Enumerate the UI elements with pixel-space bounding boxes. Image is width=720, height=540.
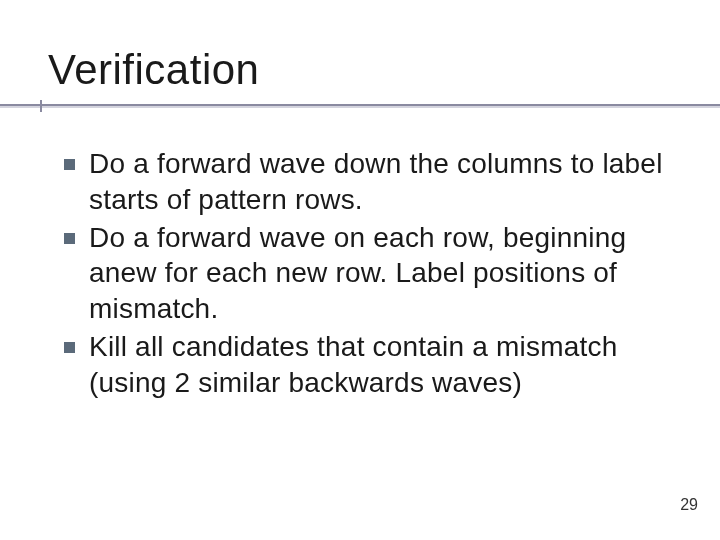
- slide-title: Verification: [48, 46, 672, 94]
- list-item-text: Do a forward wave down the columns to la…: [89, 146, 664, 218]
- title-block: Verification: [48, 46, 672, 104]
- title-rule-shadow: [0, 106, 720, 108]
- list-item: Kill all candidates that contain a misma…: [64, 329, 664, 401]
- square-bullet-icon: [64, 342, 75, 353]
- slide: Verification Do a forward wave down the …: [0, 0, 720, 540]
- page-number: 29: [680, 496, 698, 514]
- list-item-text: Do a forward wave on each row, beginning…: [89, 220, 664, 327]
- list-item-text: Kill all candidates that contain a misma…: [89, 329, 664, 401]
- square-bullet-icon: [64, 159, 75, 170]
- list-item: Do a forward wave on each row, beginning…: [64, 220, 664, 327]
- list-item: Do a forward wave down the columns to la…: [64, 146, 664, 218]
- title-rule-tick: [40, 100, 42, 112]
- square-bullet-icon: [64, 233, 75, 244]
- content-area: Do a forward wave down the columns to la…: [48, 146, 672, 401]
